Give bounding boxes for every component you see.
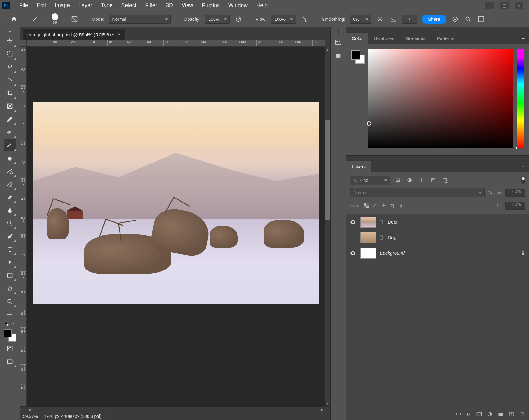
history-panel-icon[interactable] bbox=[332, 37, 344, 48]
eyedropper-tool[interactable] bbox=[4, 113, 16, 125]
canvas-image[interactable] bbox=[33, 102, 319, 304]
filter-shape-icon[interactable] bbox=[429, 176, 437, 185]
layer-row-background[interactable]: Background bbox=[346, 245, 529, 261]
new-layer-icon[interactable] bbox=[509, 412, 514, 417]
scroll-up-icon[interactable]: ▲ bbox=[325, 47, 330, 52]
layer-mask-icon[interactable] bbox=[476, 412, 482, 417]
vertical-ruler[interactable]: 4 0 03 0 02 0 01 0 001 0 02 0 03 0 04 0 … bbox=[20, 47, 27, 406]
menu-help[interactable]: Help bbox=[252, 0, 272, 11]
crop-tool[interactable] bbox=[4, 87, 16, 99]
smoothing-select[interactable]: 0% bbox=[350, 15, 371, 24]
foreground-color[interactable] bbox=[4, 329, 12, 337]
menu-type[interactable]: Type bbox=[97, 0, 117, 11]
filter-adjustment-icon[interactable] bbox=[405, 176, 414, 185]
menu-window[interactable]: Window bbox=[224, 0, 252, 11]
smoothing-options-icon[interactable] bbox=[376, 15, 384, 24]
color-field[interactable] bbox=[368, 49, 513, 148]
layer-name[interactable]: Dog bbox=[388, 235, 396, 240]
layer-filter-select[interactable]: Kind bbox=[350, 176, 390, 185]
path-selection-tool[interactable] bbox=[4, 256, 16, 269]
layer-name[interactable]: Deer bbox=[388, 219, 398, 225]
filter-toggle[interactable] bbox=[521, 176, 525, 184]
brush-panel-toggle[interactable] bbox=[70, 15, 79, 24]
quick-mask-toggle[interactable] bbox=[4, 342, 16, 355]
rectangle-tool[interactable] bbox=[4, 269, 16, 282]
angle-input[interactable] bbox=[402, 15, 417, 24]
ruler-origin[interactable] bbox=[20, 40, 27, 47]
healing-brush-tool[interactable] bbox=[4, 126, 16, 138]
menu-view[interactable]: View bbox=[177, 0, 198, 11]
swap-colors-icon[interactable] bbox=[4, 321, 16, 327]
pressure-opacity-icon[interactable] bbox=[234, 15, 243, 24]
swatches-tab[interactable]: Swatches bbox=[368, 33, 400, 44]
filter-smart-icon[interactable] bbox=[441, 176, 449, 185]
filter-type-icon[interactable] bbox=[417, 176, 426, 185]
new-group-icon[interactable] bbox=[498, 412, 504, 417]
flow-select[interactable]: 100% bbox=[271, 15, 296, 24]
maximize-button[interactable]: ▢ bbox=[500, 2, 509, 9]
lock-image-icon[interactable] bbox=[373, 203, 378, 208]
panel-collapse-handle[interactable]: « bbox=[346, 27, 529, 31]
scroll-down-icon[interactable]: ▼ bbox=[325, 401, 330, 406]
delete-layer-icon[interactable] bbox=[520, 411, 525, 417]
layers-tab[interactable]: Layers bbox=[346, 161, 371, 172]
clone-stamp-tool[interactable] bbox=[4, 152, 16, 164]
move-tool[interactable] bbox=[4, 35, 16, 47]
lock-transparency-icon[interactable] bbox=[364, 203, 369, 208]
hue-cursor[interactable] bbox=[516, 146, 519, 150]
zoom-level[interactable]: 59.37% bbox=[23, 414, 38, 419]
menu-image[interactable]: Image bbox=[50, 0, 74, 11]
scroll-left-icon[interactable]: ◀ bbox=[27, 407, 32, 412]
lock-icon[interactable] bbox=[521, 251, 525, 256]
screen-mode-toggle[interactable] bbox=[4, 355, 16, 368]
hand-tool[interactable] bbox=[4, 282, 16, 295]
horizontal-ruler[interactable]: 0100200300400500600700800900100011001200… bbox=[27, 40, 325, 47]
eraser-tool[interactable] bbox=[4, 178, 16, 190]
visibility-toggle[interactable] bbox=[350, 220, 357, 224]
gradients-tab[interactable]: Gradients bbox=[400, 33, 431, 44]
foreground-background-colors[interactable] bbox=[4, 329, 16, 342]
menu-edit[interactable]: Edit bbox=[32, 0, 50, 11]
filter-pixel-icon[interactable] bbox=[393, 176, 402, 185]
pressure-size-icon[interactable] bbox=[451, 15, 459, 24]
marquee-tool[interactable] bbox=[4, 48, 16, 60]
visibility-toggle[interactable] bbox=[350, 251, 357, 255]
lock-all-icon[interactable] bbox=[399, 203, 403, 208]
layer-fill-input[interactable]: 100% bbox=[505, 202, 525, 210]
status-chevron-icon[interactable]: 〉 bbox=[108, 413, 112, 419]
layer-name[interactable]: Background bbox=[380, 250, 405, 256]
brush-tool[interactable] bbox=[4, 139, 16, 151]
scroll-right-icon[interactable]: ▶ bbox=[319, 407, 325, 412]
menu-filter[interactable]: Filter bbox=[141, 0, 161, 11]
canvas-viewport[interactable] bbox=[27, 47, 325, 406]
dodge-tool[interactable] bbox=[4, 217, 16, 230]
color-cursor[interactable] bbox=[367, 121, 371, 126]
home-button[interactable] bbox=[10, 15, 18, 24]
vertical-scrollbar[interactable]: ▲ ▼ bbox=[325, 47, 330, 406]
opacity-select[interactable]: 100% bbox=[205, 15, 230, 24]
panel-fg-color[interactable] bbox=[351, 50, 360, 60]
layer-thumbnail[interactable] bbox=[360, 217, 376, 228]
panel-handle[interactable]: « bbox=[337, 30, 339, 34]
document-dimensions[interactable]: 1920 px x 1080 px (300.3 ppi) bbox=[44, 414, 101, 419]
toolbar-expand[interactable]: » bbox=[9, 29, 11, 33]
layers-panel-menu-icon[interactable]: ≡ bbox=[518, 161, 529, 172]
document-tab[interactable]: edu.gcfglobal.org.psd @ 59.4% (RGB/8) * … bbox=[23, 29, 125, 40]
gradient-tool[interactable] bbox=[4, 191, 16, 203]
color-tab[interactable]: Color bbox=[346, 33, 368, 44]
adjustment-layer-icon[interactable] bbox=[487, 412, 492, 417]
expand-handle[interactable]: » bbox=[3, 17, 5, 21]
color-panel-swatches[interactable] bbox=[351, 50, 365, 64]
menu-layer[interactable]: Layer bbox=[74, 0, 97, 11]
airbrush-icon[interactable] bbox=[300, 15, 309, 24]
share-button[interactable]: Share bbox=[422, 15, 446, 24]
layer-row-deer[interactable]: Deer bbox=[346, 214, 529, 230]
layer-thumbnail[interactable] bbox=[360, 248, 376, 259]
blend-mode-select[interactable]: Normal bbox=[109, 15, 171, 24]
edit-toolbar[interactable]: ••• bbox=[4, 308, 16, 321]
search-icon[interactable] bbox=[464, 15, 472, 24]
brush-size-chevron[interactable]: ⌵ bbox=[64, 17, 66, 21]
blur-tool[interactable] bbox=[4, 204, 16, 217]
close-button[interactable]: ✕ bbox=[515, 2, 523, 9]
history-brush-tool[interactable] bbox=[4, 165, 16, 177]
